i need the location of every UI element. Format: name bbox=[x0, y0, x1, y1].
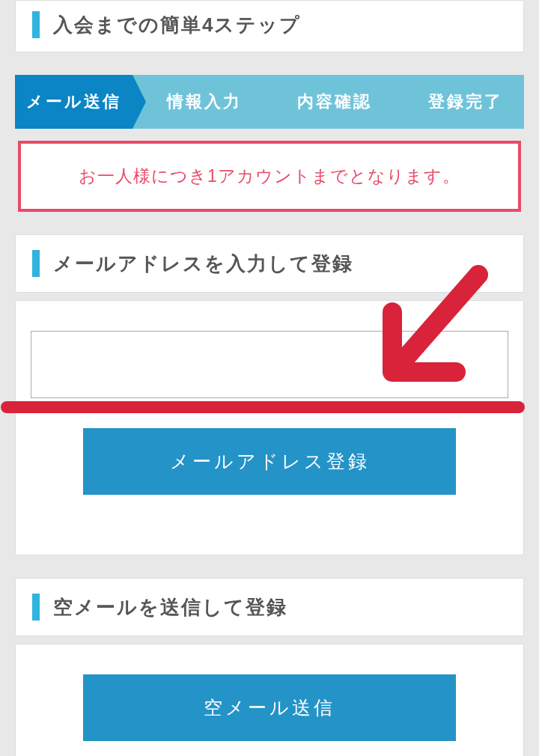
email-section-header: メールアドレスを入力して登録 bbox=[16, 235, 523, 292]
email-register-label: メールアドレス登録 bbox=[170, 451, 370, 472]
underline-annotation-icon bbox=[1, 398, 539, 416]
email-form-body: メールアドレス登録 bbox=[16, 301, 523, 525]
header-card: 入会までの簡単4ステップ bbox=[15, 0, 524, 52]
email-input[interactable] bbox=[31, 331, 508, 398]
step-confirm: 内容確認 bbox=[263, 75, 394, 129]
empty-mail-section-title: 空メールを送信して登録 bbox=[53, 594, 287, 621]
page-title: 入会までの簡単4ステップ bbox=[53, 12, 301, 38]
accent-bar bbox=[32, 594, 40, 621]
step-mail-send: メール送信 bbox=[15, 75, 133, 129]
empty-mail-send-label: 空メール送信 bbox=[204, 697, 335, 718]
header-row: 入会までの簡単4ステップ bbox=[16, 1, 523, 52]
email-form-card: メールアドレス登録 bbox=[15, 300, 524, 555]
accent-bar bbox=[32, 250, 40, 277]
account-limit-notice: お一人様につき1アカウントまでとなります。 bbox=[18, 141, 521, 212]
notice-text: お一人様につき1アカウントまでとなります。 bbox=[79, 166, 460, 186]
svg-rect-0 bbox=[1, 401, 525, 413]
empty-mail-section-header: 空メールを送信して登録 bbox=[16, 579, 523, 635]
step-info-input: 情報入力 bbox=[133, 75, 264, 129]
step-label: メール送信 bbox=[26, 91, 121, 113]
step-label: 内容確認 bbox=[297, 91, 372, 113]
email-section-title: メールアドレスを入力して登録 bbox=[53, 251, 353, 277]
empty-mail-form-card: 空メール送信 bbox=[15, 644, 524, 756]
accent-bar bbox=[32, 11, 40, 38]
email-section-header-card: メールアドレスを入力して登録 bbox=[15, 234, 524, 293]
step-progress: メール送信 情報入力 内容確認 登録完了 bbox=[15, 75, 524, 129]
step-label: 登録完了 bbox=[428, 91, 503, 113]
step-complete: 登録完了 bbox=[394, 75, 525, 129]
email-register-button[interactable]: メールアドレス登録 bbox=[83, 428, 456, 495]
empty-mail-section-header-card: 空メールを送信して登録 bbox=[15, 578, 524, 636]
step-label: 情報入力 bbox=[167, 91, 242, 113]
empty-mail-send-button[interactable]: 空メール送信 bbox=[83, 674, 456, 741]
